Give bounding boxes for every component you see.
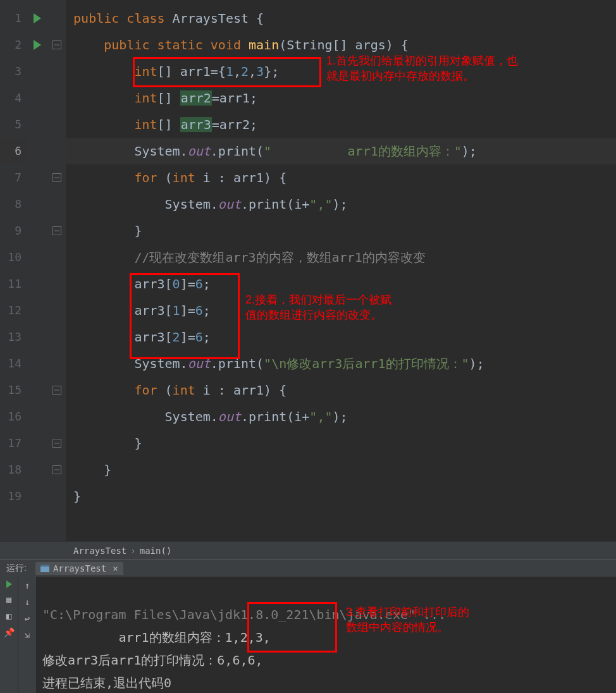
code-line: int[] arr1={1,2,3}; (66, 58, 616, 85)
arrow-up-icon[interactable]: ↑ (22, 580, 32, 591)
code-line: System.out.print(" arr1的数组内容："); (66, 138, 616, 164)
code-line: public class ArraysTest { (66, 5, 616, 32)
line-number: 15 (0, 377, 27, 403)
tool-icon[interactable]: ▦ (4, 594, 14, 604)
run-tool-header: 运行: ArraysTest × (0, 559, 616, 577)
code-line: } (66, 483, 616, 510)
scroll-icon[interactable]: ⇲ (22, 630, 32, 640)
console-panel: ▦ ◧ 📌 ↑ ↓ ↩ ⇲ "C:\Program Files\Java\jdk… (0, 577, 616, 693)
code-editor[interactable]: 1 2 3 4 5 6 7 8 9 10 11 12 13 14 15 16 1… (0, 0, 616, 541)
code-line: System.out.print(i+","); (66, 191, 616, 218)
run-toolbar-inner: ↑ ↓ ↩ ⇲ (18, 577, 36, 693)
code-line: arr3[2]=6; (66, 324, 616, 350)
console-output[interactable]: "C:\Program Files\Java\jdk1.8.0_221\bin\… (36, 577, 616, 693)
run-line-icon[interactable] (34, 13, 41, 23)
line-number: 1 (0, 5, 27, 32)
code-line: arr3[0]=6; (66, 271, 616, 297)
fold-toggle-icon[interactable] (52, 226, 61, 235)
code-line: System.out.print("\n修改arr3后arr1的打印情况："); (66, 350, 616, 377)
console-line: 修改arr3后arr1的打印情况：6,6,6, (42, 653, 263, 668)
fold-gutter (48, 0, 66, 541)
pin-icon[interactable]: 📌 (4, 627, 14, 637)
code-line: int[] arr2=arr1; (66, 85, 616, 111)
line-number-gutter: 1 2 3 4 5 6 7 8 9 10 11 12 13 14 15 16 1… (0, 0, 27, 541)
line-number: 8 (0, 191, 27, 218)
chevron-right-icon: › (130, 546, 135, 556)
line-number: 17 (0, 430, 27, 457)
line-number: 19 (0, 483, 27, 510)
wrap-icon[interactable]: ↩ (22, 613, 32, 623)
breadcrumb-item[interactable]: main() (136, 546, 176, 556)
line-number: 12 (0, 297, 27, 324)
fold-toggle-icon[interactable] (52, 173, 61, 182)
line-number: 5 (0, 111, 27, 138)
arrow-down-icon[interactable]: ↓ (22, 597, 32, 607)
line-number: 14 (0, 350, 27, 377)
run-line-icon[interactable] (34, 40, 41, 50)
code-line: arr3[1]=6; (66, 297, 616, 324)
code-line: //现在改变数组arr3的内容，数组arr1的内容改变 (66, 244, 616, 271)
console-line: arr1的数组内容：1,2,3, (42, 630, 271, 645)
line-number: 9 (0, 218, 27, 244)
breadcrumb-item[interactable]: ArraysTest (70, 546, 130, 556)
close-icon[interactable]: × (113, 563, 118, 573)
run-toolbar-left: ▦ ◧ 📌 (0, 577, 18, 693)
console-line: 进程已结束,退出代码0 (42, 675, 171, 690)
line-number: 10 (0, 244, 27, 271)
gutter-markers (27, 0, 48, 541)
code-line: } (66, 218, 616, 244)
code-area[interactable]: public class ArraysTest { public static … (66, 0, 616, 541)
run-tab[interactable]: ArraysTest × (35, 562, 123, 575)
line-number: 7 (0, 164, 27, 191)
run-icon[interactable] (6, 580, 12, 588)
code-line: System.out.print(i+","); (66, 403, 616, 430)
fold-toggle-icon[interactable] (52, 386, 61, 395)
line-number: 13 (0, 324, 27, 350)
line-number: 4 (0, 85, 27, 111)
tool-icon[interactable]: ◧ (4, 611, 14, 621)
console-line: "C:\Program Files\Java\jdk1.8.0_221\bin\… (42, 607, 446, 622)
fold-toggle-icon[interactable] (52, 465, 61, 474)
line-number: 6 (0, 138, 27, 164)
run-label: 运行: (0, 563, 33, 574)
code-line: public static void main(String[] args) { (66, 32, 616, 58)
fold-toggle-icon[interactable] (52, 40, 61, 49)
line-number: 16 (0, 403, 27, 430)
code-line: } (66, 457, 616, 483)
code-line: for (int i : arr1) { (66, 377, 616, 403)
fold-toggle-icon[interactable] (52, 439, 61, 448)
breadcrumbs: ArraysTest › main() (0, 541, 616, 559)
console-icon (40, 565, 49, 572)
code-line: } (66, 430, 616, 457)
line-number: 2 (0, 32, 27, 58)
line-number: 11 (0, 271, 27, 297)
line-number: 3 (0, 58, 27, 85)
line-number: 18 (0, 457, 27, 483)
code-line: int[] arr3=arr2; (66, 111, 616, 138)
run-tab-label: ArraysTest (53, 563, 106, 573)
code-line: for (int i : arr1) { (66, 164, 616, 191)
